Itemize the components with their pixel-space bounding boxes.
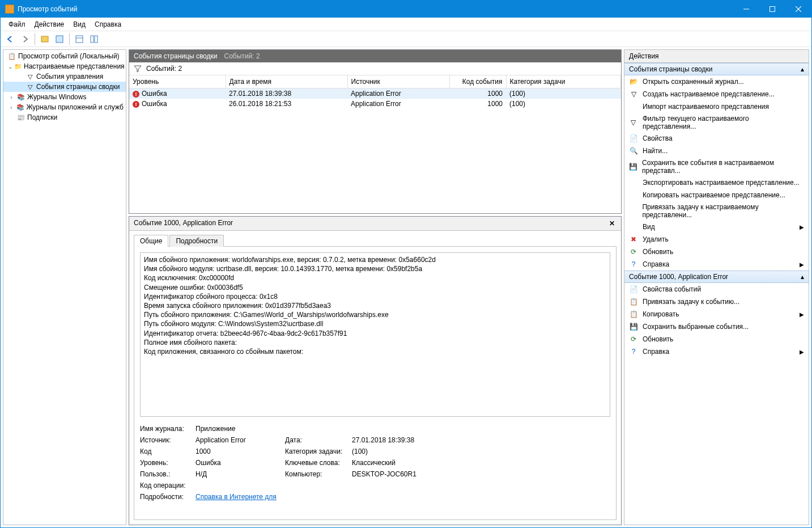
tree-custom-views[interactable]: ⌄ 📁 Настраиваемые представления xyxy=(3,61,126,71)
forward-button[interactable] xyxy=(19,33,31,45)
tree-panel: 📋 Просмотр событий (Локальный) ⌄ 📁 Настр… xyxy=(3,49,126,525)
back-button[interactable] xyxy=(4,33,16,45)
action-find[interactable]: 🔍Найти... xyxy=(624,145,809,157)
tree-app-logs[interactable]: › 📚 Журналы приложений и служб xyxy=(3,102,126,112)
action-filter-view[interactable]: ▽Фильтр текущего настраиваемого представ… xyxy=(624,113,809,132)
action-refresh2[interactable]: ⟳Обновить xyxy=(624,333,809,345)
action-attach-task[interactable]: Привязать задачу к настраиваемому предст… xyxy=(624,201,809,221)
chevron-right-icon: ▶ xyxy=(800,349,804,355)
window-title: Просмотр событий xyxy=(18,5,733,13)
svg-rect-6 xyxy=(76,36,83,43)
lbl-computer: Компьютер: xyxy=(285,470,347,478)
actions-section2-header[interactable]: Событие 1000, Application Error ▴ xyxy=(624,271,809,283)
tree-admin-events[interactable]: ▽ События управления xyxy=(3,71,126,82)
tab-details[interactable]: Подробности xyxy=(169,235,224,247)
menu-action[interactable]: Действие xyxy=(30,19,69,29)
toolbar-btn-3[interactable] xyxy=(73,33,86,45)
action-refresh[interactable]: ⟳Обновить xyxy=(624,246,809,258)
close-button[interactable] xyxy=(785,1,811,18)
error-icon: ! xyxy=(133,91,139,98)
action-help[interactable]: ?Справка▶ xyxy=(624,258,809,271)
svg-rect-9 xyxy=(95,36,97,43)
main-area: 📋 Просмотр событий (Локальный) ⌄ 📁 Настр… xyxy=(1,47,811,527)
expand-icon[interactable]: › xyxy=(8,104,14,111)
open-icon: 📂 xyxy=(629,77,638,86)
actions-section1-list: 📂Открыть сохраненный журнал... ▽Создать … xyxy=(624,75,809,271)
refresh-icon: ⟳ xyxy=(629,335,638,344)
detail-text[interactable]: Имя сбойного приложения: worldofwarships… xyxy=(140,252,610,417)
action-help2[interactable]: ?Справка▶ xyxy=(624,345,809,358)
tab-general[interactable]: Общие xyxy=(134,235,168,247)
close-icon[interactable]: ✕ xyxy=(607,219,617,228)
table-header-row: Уровень Дата и время Источник Код событи… xyxy=(129,75,621,88)
maximize-button[interactable] xyxy=(759,1,785,18)
action-event-properties[interactable]: 📄Свойства событий xyxy=(624,283,809,295)
svg-rect-5 xyxy=(56,36,63,43)
tree-root[interactable]: 📋 Просмотр событий (Локальный) xyxy=(3,51,126,61)
menu-file[interactable]: Файл xyxy=(4,19,30,29)
lbl-date: Дата: xyxy=(285,436,347,444)
actions-section1-header[interactable]: События страницы сводки ▴ xyxy=(624,63,809,75)
task-icon: 📋 xyxy=(629,297,638,306)
filter-icon[interactable] xyxy=(134,65,142,73)
action-import-view[interactable]: Импорт настраиваемого представления xyxy=(624,100,809,113)
col-source[interactable]: Источник xyxy=(347,75,449,88)
col-category[interactable]: Категория задачи xyxy=(506,75,621,88)
center-panel: События страницы сводки Событий: 2 Событ… xyxy=(129,49,622,525)
menu-view[interactable]: Вид xyxy=(69,19,90,29)
tree-summary-events[interactable]: ▽ События страницы сводки xyxy=(3,82,126,92)
lbl-more: Подробности: xyxy=(140,493,191,501)
action-view[interactable]: Вид▶ xyxy=(624,221,809,233)
eventviewer-icon: 📋 xyxy=(7,52,16,61)
lbl-level: Уровень: xyxy=(140,459,191,467)
event-viewer-window: Просмотр событий Файл Действие Вид Справ… xyxy=(0,0,812,528)
filter-icon: ▽ xyxy=(25,82,35,91)
expand-icon[interactable]: › xyxy=(8,94,15,100)
save-icon: 💾 xyxy=(629,322,638,331)
toolbar-btn-1[interactable] xyxy=(39,33,51,45)
delete-icon: ✖ xyxy=(629,235,638,244)
menubar: Файл Действие Вид Справка xyxy=(1,18,811,31)
event-detail: Событие 1000, Application Error ✕ Общие … xyxy=(129,216,622,525)
error-icon: ! xyxy=(133,101,139,108)
table-row[interactable]: !Ошибка 26.01.2018 18:21:53 Application … xyxy=(129,99,621,109)
action-export[interactable]: Экспортировать настраиваемое представлен… xyxy=(624,176,809,189)
properties-icon: 📄 xyxy=(629,134,638,143)
col-level[interactable]: Уровень xyxy=(129,75,226,88)
col-id[interactable]: Код события xyxy=(449,75,506,88)
action-attach-event-task[interactable]: 📋Привязать задачу к событию... xyxy=(624,295,809,308)
action-delete[interactable]: ✖Удалить xyxy=(624,233,809,246)
action-copy[interactable]: 📋Копировать▶ xyxy=(624,308,809,320)
tree-windows-logs[interactable]: › 📚 Журналы Windows xyxy=(3,92,126,102)
help-link[interactable]: Справка в Интернете для xyxy=(195,493,277,501)
svg-rect-4 xyxy=(41,36,48,42)
action-save-all[interactable]: 💾Сохранить все события в настраиваемом п… xyxy=(624,157,809,176)
action-properties[interactable]: 📄Свойства xyxy=(624,132,809,145)
find-icon: 🔍 xyxy=(629,146,638,155)
actions-panel: Действия События страницы сводки ▴ 📂Откр… xyxy=(624,49,809,525)
toolbar-btn-2[interactable] xyxy=(53,33,66,45)
filter-icon: ▽ xyxy=(629,118,638,127)
filter-count: Событий: 2 xyxy=(146,65,182,73)
refresh-icon: ⟳ xyxy=(629,247,638,256)
tree-subscriptions[interactable]: 📰 Подписки xyxy=(3,112,126,123)
actions-title: Действия xyxy=(624,50,809,63)
toolbar-btn-4[interactable] xyxy=(88,33,100,45)
help-icon: ? xyxy=(629,260,638,269)
minimize-button[interactable] xyxy=(733,1,759,18)
table-row[interactable]: !Ошибка 27.01.2018 18:39:38 Application … xyxy=(129,88,621,99)
toolbar-separator xyxy=(35,33,35,45)
detail-properties: Имя журнала: Приложение Источник: Applic… xyxy=(140,425,610,501)
action-save-selected[interactable]: 💾Сохранить выбранные события... xyxy=(624,320,809,333)
events-table[interactable]: Уровень Дата и время Источник Код событи… xyxy=(129,75,621,213)
action-create-view[interactable]: ▽Создать настраиваемое представление... xyxy=(624,88,809,100)
col-datetime[interactable]: Дата и время xyxy=(226,75,347,88)
action-open-saved-log[interactable]: 📂Открыть сохраненный журнал... xyxy=(624,75,809,88)
titlebar: Просмотр событий xyxy=(1,1,811,18)
logs-icon: 📚 xyxy=(16,92,25,102)
chevron-right-icon: ▶ xyxy=(800,311,804,318)
lbl-cat: Категория задачи: xyxy=(285,447,347,455)
collapse-icon[interactable]: ⌄ xyxy=(8,64,12,70)
action-copy-view[interactable]: Копировать настраиваемое представление..… xyxy=(624,189,809,201)
menu-help[interactable]: Справка xyxy=(90,19,126,29)
